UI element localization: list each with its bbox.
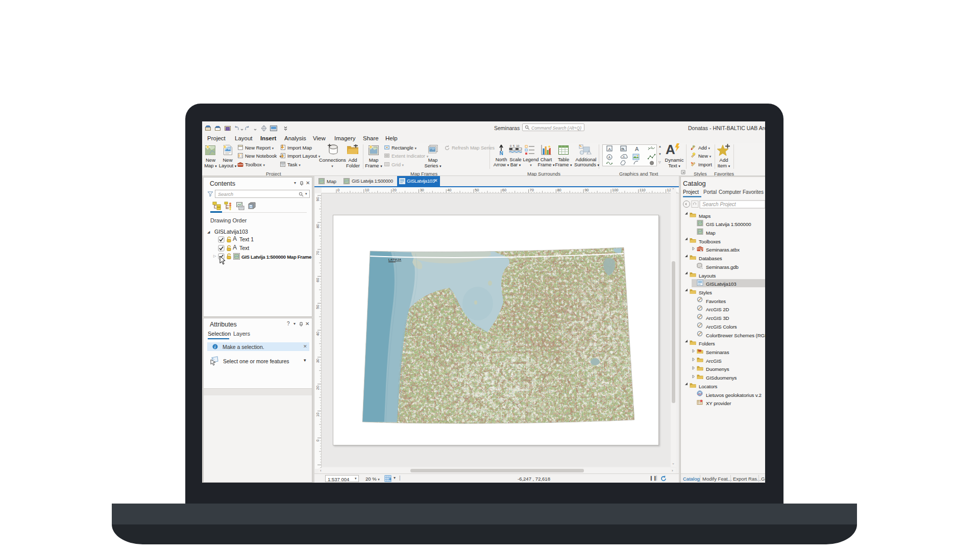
- svg-text:GISLatvija103: GISLatvija103: [706, 281, 737, 287]
- svg-text:LATVIJA: LATVIJA: [388, 258, 401, 261]
- svg-text:40: 40: [315, 332, 320, 336]
- svg-text:A: A: [623, 155, 625, 158]
- svg-text:ArcGIS 2D: ArcGIS 2D: [706, 307, 729, 312]
- svg-text:80: 80: [557, 188, 561, 192]
- svg-text:Map: Map: [706, 230, 716, 236]
- svg-text:10: 10: [315, 413, 320, 417]
- svg-text:Locators: Locators: [699, 384, 718, 389]
- svg-text:Project: Project: [683, 189, 699, 195]
- svg-text:A: A: [608, 147, 611, 152]
- svg-text:Favorites: Favorites: [706, 298, 726, 304]
- svg-text:70: 70: [530, 188, 534, 192]
- svg-text:Databases: Databases: [699, 256, 722, 261]
- svg-text:Search Project: Search Project: [702, 202, 737, 207]
- svg-text:40: 40: [447, 188, 451, 192]
- svg-text:ColorBrewer Schemes (RGB): ColorBrewer Schemes (RGB): [706, 333, 765, 338]
- svg-text:GIS Latvija 1:500000: GIS Latvija 1:500000: [706, 221, 751, 227]
- svg-text:70: 70: [315, 251, 320, 255]
- svg-text:Folders: Folders: [699, 341, 715, 346]
- svg-text:80: 80: [315, 224, 320, 228]
- svg-text:Seminaras: Seminaras: [706, 349, 729, 355]
- svg-text:0: 0: [315, 439, 320, 441]
- svg-text:Computer: Computer: [719, 189, 742, 195]
- svg-text:XY provider: XY provider: [706, 400, 731, 406]
- svg-text:100: 100: [612, 188, 619, 192]
- svg-text:50: 50: [475, 188, 479, 192]
- svg-text:ArcGIS: ArcGIS: [706, 358, 722, 364]
- svg-text:Seminaras.gdb: Seminaras.gdb: [706, 264, 739, 270]
- svg-text:20: 20: [393, 188, 397, 192]
- svg-text:60: 60: [315, 278, 320, 282]
- svg-text:Lietuvos geolokatorius v.2: Lietuvos geolokatorius v.2: [706, 392, 762, 398]
- svg-text:30: 30: [315, 359, 320, 363]
- svg-text:A: A: [622, 147, 625, 152]
- svg-text:50: 50: [315, 305, 320, 309]
- svg-text:0 5 10: 0 5 10: [510, 144, 519, 147]
- svg-text:Duomenys: Duomenys: [706, 366, 729, 372]
- svg-text:110: 110: [640, 188, 646, 192]
- svg-text:Toolboxes: Toolboxes: [699, 239, 721, 244]
- svg-text:30: 30: [420, 188, 424, 192]
- svg-text:Maps: Maps: [699, 213, 711, 219]
- svg-text:Portal: Portal: [703, 189, 717, 195]
- svg-text:20: 20: [315, 386, 320, 390]
- svg-text:GISduomenys: GISduomenys: [706, 375, 737, 381]
- svg-text:Favorites: Favorites: [743, 189, 764, 195]
- svg-text:10: 10: [365, 188, 369, 192]
- svg-text:N: N: [500, 151, 503, 156]
- svg-text:Seminaras.atbx: Seminaras.atbx: [706, 247, 740, 253]
- svg-text:ArcGIS 3D: ArcGIS 3D: [706, 315, 729, 321]
- svg-text:A: A: [608, 156, 611, 159]
- svg-text:ArcGIS Colors: ArcGIS Colors: [706, 324, 737, 330]
- svg-text:Layouts: Layouts: [699, 273, 716, 279]
- svg-text:A: A: [635, 146, 639, 152]
- svg-text:0: 0: [337, 188, 339, 192]
- svg-text:60: 60: [502, 188, 506, 192]
- svg-text:90: 90: [315, 197, 320, 201]
- svg-text:Catalog: Catalog: [683, 180, 706, 187]
- svg-text:Styles: Styles: [699, 290, 712, 295]
- svg-text:90: 90: [584, 188, 589, 192]
